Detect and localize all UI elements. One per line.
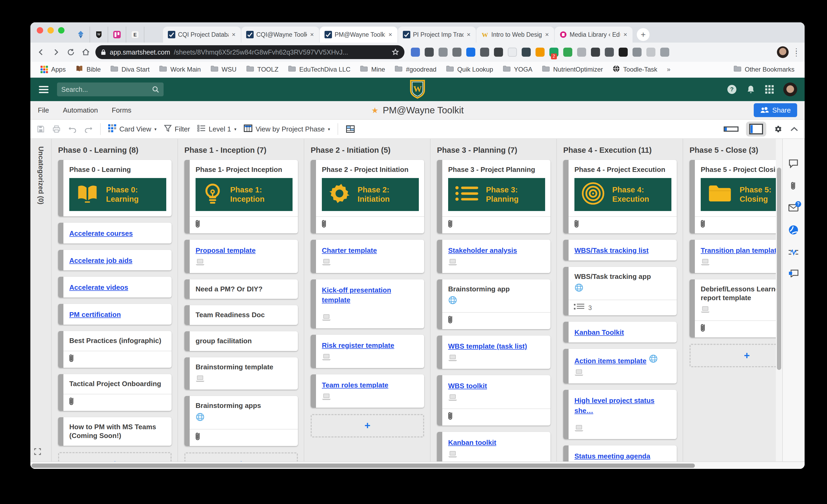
browser-menu-icon[interactable]: ⋮⋮: [793, 50, 799, 55]
card-attachment-row[interactable]: [437, 408, 550, 426]
extension-icon-10[interactable]: [536, 48, 545, 57]
card[interactable]: Brainstorming app: [437, 279, 550, 329]
card[interactable]: Risk register template: [311, 335, 424, 368]
close-window-button[interactable]: [37, 27, 43, 34]
card-title-link[interactable]: Accelerate videos: [69, 283, 128, 291]
card[interactable]: Phase 4 - Project ExecutionPhase 4:Execu…: [563, 160, 677, 233]
add-card-button[interactable]: +: [58, 452, 172, 461]
card[interactable]: Brainstorming apps: [184, 396, 298, 446]
browser-profile-avatar[interactable]: [777, 46, 789, 58]
extension-icon-12[interactable]: [563, 48, 572, 57]
card[interactable]: group facilitation: [184, 331, 298, 351]
card-attachment-row[interactable]: [184, 216, 298, 233]
notifications-bell-icon[interactable]: [746, 85, 756, 94]
extension-icon-3[interactable]: [439, 48, 448, 57]
card[interactable]: Kanban Toolkit: [563, 322, 677, 342]
maximize-window-button[interactable]: [58, 27, 64, 34]
card-view-button[interactable]: Card View▾: [108, 124, 157, 134]
card[interactable]: PM certification: [58, 304, 172, 325]
card-title-link[interactable]: Charter template: [322, 246, 377, 255]
card-attachment-row[interactable]: [437, 312, 550, 329]
extension-icon-1[interactable]: [411, 48, 420, 57]
extension-icon-13[interactable]: [577, 48, 586, 57]
hamburger-menu-icon[interactable]: [39, 86, 48, 93]
compact-card-view-button[interactable]: [724, 126, 738, 132]
browser-tab-4[interactable]: PI Project Imp Track×: [398, 26, 476, 43]
card[interactable]: Transition plan template: [689, 240, 776, 273]
view-by-project-phase-button[interactable]: View by Project Phase▾: [244, 124, 330, 134]
card-attachment-row[interactable]: [58, 351, 172, 368]
card-title-link[interactable]: WBS/Task tracking list: [574, 246, 648, 255]
menu-file[interactable]: File: [38, 106, 49, 114]
card-title-link[interactable]: Risk register template: [322, 341, 394, 349]
card[interactable]: Stakeholder analysis: [437, 240, 550, 273]
attachments-icon[interactable]: [790, 181, 797, 193]
card-title-link[interactable]: Action items template: [574, 357, 646, 365]
bookmark--goodread[interactable]: #goodread: [391, 64, 440, 75]
card-title-link[interactable]: Kanban toolkit: [448, 439, 496, 447]
trello-icon[interactable]: [108, 26, 126, 43]
menu-automation[interactable]: Automation: [63, 106, 98, 114]
card[interactable]: Need a PM? Or DIY?: [184, 279, 298, 299]
proofs-icon[interactable]: [788, 269, 798, 279]
card[interactable]: How to PM with MS Teams (Coming Soon!): [58, 417, 172, 446]
card-checklist-row[interactable]: 3: [563, 300, 677, 315]
update-requests-icon[interactable]: ?: [788, 204, 798, 214]
bookmark-bible[interactable]: Bible: [72, 63, 104, 75]
card[interactable]: Kick-off presentation template: [311, 279, 424, 329]
card-attachment-row[interactable]: [437, 216, 550, 233]
window-controls[interactable]: [37, 22, 64, 43]
card[interactable]: WBS toolkit: [437, 375, 550, 426]
card-title-link[interactable]: WBS toolkit: [448, 382, 487, 390]
bookmark-toodle-task[interactable]: Toodle-Task: [609, 63, 661, 75]
extension-icon-5[interactable]: [466, 48, 475, 57]
card[interactable]: Kanban toolkit: [437, 432, 550, 461]
horizontal-scrollbar[interactable]: [30, 461, 805, 469]
card[interactable]: Phase 1- Project InceptionPhase 1:Incept…: [184, 160, 298, 233]
card-title-link[interactable]: Status meeting agenda templ…: [574, 452, 650, 461]
extension-icon-11[interactable]: 2: [549, 48, 558, 57]
extension-icon-14[interactable]: [591, 48, 600, 57]
card[interactable]: WBS/Task tracking app3: [563, 267, 677, 316]
help-icon[interactable]: ?: [727, 85, 736, 94]
card-title-link[interactable]: Transition plan template: [701, 246, 776, 255]
extension-icon-17[interactable]: [633, 48, 642, 57]
bookmark-apps[interactable]: Apps: [37, 64, 69, 75]
browser-tab-6[interactable]: Media Library ‹ EduT×: [555, 26, 633, 43]
card-title-link[interactable]: Accelerate job aids: [69, 257, 133, 265]
tab-close-icon[interactable]: ×: [309, 31, 315, 38]
card-settings-icon[interactable]: [346, 125, 355, 133]
filter-button[interactable]: Filter: [164, 124, 190, 134]
card-attachment-row[interactable]: [311, 216, 424, 233]
address-bar[interactable]: app.smartsheet.com /sheets/8Vhmq6X5r25w8…: [95, 45, 404, 59]
minimize-window-button[interactable]: [47, 27, 54, 34]
tab-close-icon[interactable]: ×: [622, 31, 628, 38]
bookmark-edutechdiva-llc[interactable]: EduTechDiva LLC: [284, 64, 354, 75]
card[interactable]: Phase 5 - Project ClosingPhase 5:Closing: [689, 160, 776, 233]
card-attachment-row[interactable]: [58, 394, 172, 411]
card[interactable]: Phase 3 - Project PlanningPhase 3:Planni…: [437, 160, 550, 233]
card[interactable]: WBS template (task list): [437, 336, 550, 369]
extension-icon-18[interactable]: [646, 48, 655, 57]
tab-close-icon[interactable]: ×: [466, 31, 472, 38]
card[interactable]: Best Practices (infographic): [58, 331, 172, 368]
browser-tab-3[interactable]: PM@Wayne Toolkit -×: [320, 26, 397, 43]
save-button[interactable]: [37, 125, 45, 133]
reload-button[interactable]: [65, 47, 76, 57]
card[interactable]: Action items template: [563, 349, 677, 384]
redo-button[interactable]: [84, 125, 93, 133]
bookmark-quik-lookup[interactable]: Quik Lookup: [442, 64, 497, 75]
bookmark-work-main[interactable]: Work Main: [155, 64, 204, 75]
back-button[interactable]: [36, 47, 46, 57]
tab-close-icon[interactable]: ×: [544, 31, 550, 38]
card[interactable]: Phase 0 - LearningPhase 0:Learning: [58, 160, 172, 216]
add-card-button[interactable]: +: [311, 414, 424, 438]
card[interactable]: Accelerate job aids: [58, 250, 172, 271]
bookmark-mine[interactable]: Mine: [356, 64, 389, 75]
comments-icon[interactable]: [788, 159, 798, 170]
card-attachment-row[interactable]: [689, 216, 776, 233]
extension-icon-9[interactable]: [522, 48, 531, 57]
card[interactable]: High level project status she…: [563, 390, 677, 439]
blue-diamond-icon[interactable]: [72, 26, 90, 43]
tab-close-icon[interactable]: ×: [231, 31, 237, 38]
